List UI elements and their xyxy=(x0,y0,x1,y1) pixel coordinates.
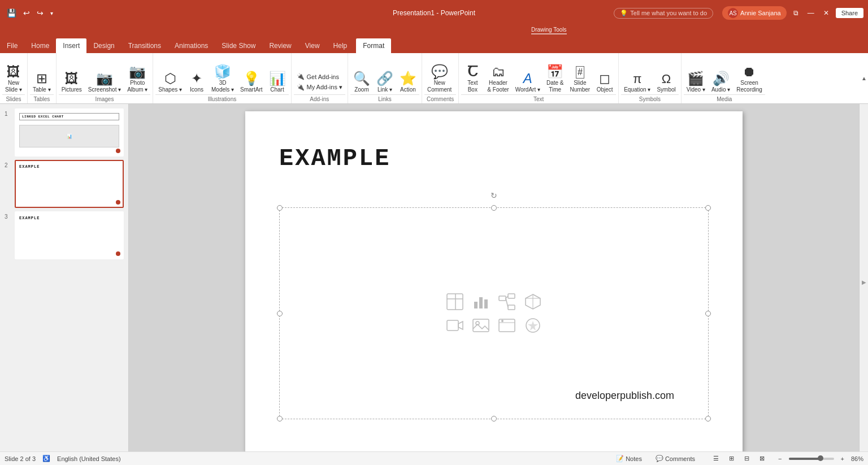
video-button[interactable]: 🎬 Video ▾ xyxy=(684,70,708,93)
tab-help[interactable]: Help xyxy=(327,38,354,53)
content-placeholder[interactable]: ↻ xyxy=(279,207,709,419)
media-group-label: Media xyxy=(684,94,765,103)
handle-top-left[interactable] xyxy=(277,205,283,211)
comments-button[interactable]: 💬 Comments xyxy=(651,454,700,463)
slide-2-number: 2 xyxy=(5,160,11,168)
save-button[interactable]: 💾 xyxy=(5,7,19,19)
slides-group-label: Slides xyxy=(2,94,25,103)
zoom-in-button[interactable]: + xyxy=(836,455,849,463)
slide-2-item[interactable]: 2 EXAMPLE xyxy=(5,160,124,208)
tab-file[interactable]: File xyxy=(0,38,24,53)
tab-animations[interactable]: Animations xyxy=(168,38,215,53)
reading-view-button[interactable]: ⊟ xyxy=(740,454,754,463)
tab-review[interactable]: Review xyxy=(262,38,298,53)
slide-3-item[interactable]: 3 EXAMPLE xyxy=(5,211,124,259)
slideshow-button[interactable]: ⊠ xyxy=(755,454,769,463)
customize-quick-access[interactable]: ▾ xyxy=(48,9,55,18)
svg-rect-6 xyxy=(499,296,506,301)
tab-slideshow[interactable]: Slide Show xyxy=(215,38,262,53)
header-footer-button[interactable]: 🗂 Header& Footer xyxy=(484,63,511,93)
slide-3-thumb[interactable]: EXAMPLE xyxy=(15,211,124,259)
handle-bottom-middle[interactable] xyxy=(491,416,497,421)
close-button[interactable]: ✕ xyxy=(821,8,831,18)
redo-button[interactable]: ↪ xyxy=(34,7,46,19)
share-button[interactable]: Share xyxy=(836,8,863,18)
pictures-button[interactable]: 🖼 Pictures xyxy=(59,70,85,93)
handle-middle-right[interactable] xyxy=(705,311,711,316)
handle-bottom-left[interactable] xyxy=(277,416,283,421)
tab-view[interactable]: View xyxy=(298,38,327,53)
text-box-button[interactable]: Ꞇ TextBox xyxy=(461,63,484,93)
insert-chart-icon[interactable] xyxy=(471,292,491,312)
zoom-button[interactable]: 🔍 Zoom xyxy=(350,70,373,93)
zoom-slider[interactable] xyxy=(789,458,834,460)
undo-button[interactable]: ↩ xyxy=(21,7,32,19)
minimize-button[interactable]: — xyxy=(805,8,817,18)
insert-picture-icon[interactable] xyxy=(471,315,491,336)
tab-home[interactable]: Home xyxy=(24,38,56,53)
insert-video-icon[interactable] xyxy=(445,315,465,336)
photo-album-button[interactable]: 📷 PhotoAlbum ▾ xyxy=(124,63,150,93)
new-slide-button[interactable]: 🖼 NewSlide ▾ xyxy=(2,63,25,93)
shapes-button[interactable]: ⬡ Shapes ▾ xyxy=(155,70,185,93)
slide-canvas[interactable]: EXAMPLE ↻ xyxy=(245,111,743,453)
screen-recording-button[interactable]: ⏺ ScreenRecording xyxy=(734,63,765,93)
object-button[interactable]: ◻ Object xyxy=(593,70,616,93)
icons-button[interactable]: ✦ Icons xyxy=(185,70,208,93)
chart-button[interactable]: 📊 Chart xyxy=(266,70,289,93)
status-right: 📝 Notes 💬 Comments ☰ ⊞ ⊟ ⊠ − + 86% xyxy=(611,454,863,463)
svg-rect-0 xyxy=(447,294,463,310)
symbol-button[interactable]: Ω Symbol xyxy=(654,71,678,93)
screenshot-button[interactable]: 📷 Screenshot ▾ xyxy=(85,70,124,93)
tab-format[interactable]: Format xyxy=(356,38,391,53)
notes-button[interactable]: 📝 Notes xyxy=(611,454,646,463)
tab-insert[interactable]: Insert xyxy=(56,38,86,53)
slide-number-button[interactable]: # SlideNumber xyxy=(567,64,593,93)
rotate-handle[interactable]: ↻ xyxy=(489,191,498,200)
ribbon-group-comments: 💬 NewComment Comments xyxy=(422,53,459,103)
wordart-button[interactable]: A WordArt ▾ xyxy=(513,70,543,93)
insert-table-icon[interactable] xyxy=(445,292,465,312)
svg-line-10 xyxy=(506,298,508,307)
restore-window-button[interactable]: ⧉ xyxy=(791,8,801,18)
ribbon-collapse-button[interactable]: ▲ xyxy=(860,53,868,103)
right-panel-toggle[interactable]: ▶ xyxy=(859,104,868,460)
handle-middle-left[interactable] xyxy=(277,311,283,316)
table-button[interactable]: ⊞ Table ▾ xyxy=(30,70,54,93)
tell-me-bar-header[interactable]: 💡 Tell me what you want to do xyxy=(614,8,713,19)
new-comment-icon: 💬 xyxy=(431,65,448,79)
handle-top-right[interactable] xyxy=(705,205,711,211)
new-comment-button[interactable]: 💬 NewComment xyxy=(424,63,454,93)
title-bar: 💾 ↩ ↪ ▾ Presentation1 - PowerPoint 💡 Tel… xyxy=(0,0,868,26)
audio-button[interactable]: 🔊 Audio ▾ xyxy=(709,70,733,93)
equation-button[interactable]: π Equation ▾ xyxy=(621,71,653,93)
slide-sorter-button[interactable]: ⊞ xyxy=(724,454,739,463)
zoom-out-button[interactable]: − xyxy=(774,455,786,463)
symbol-icon: Ω xyxy=(662,73,671,85)
insert-icons-icon[interactable] xyxy=(523,315,543,336)
3d-models-button[interactable]: 🧊 3DModels ▾ xyxy=(209,63,237,93)
tab-transitions[interactable]: Transitions xyxy=(121,38,168,53)
handle-bottom-right[interactable] xyxy=(705,416,711,421)
normal-view-button[interactable]: ☰ xyxy=(709,454,723,463)
ribbon-group-addins: 🔌 Get Add-ins 🔌 My Add-ins ▾ Add-ins xyxy=(292,53,348,103)
date-time-button[interactable]: 📅 Date &Time xyxy=(544,63,567,93)
get-addins-button[interactable]: 🔌 Get Add-ins xyxy=(294,72,345,81)
slide-1-item[interactable]: 1 LINKED EXCEL CHART 📊 xyxy=(5,108,124,157)
insert-3d-icon[interactable] xyxy=(523,292,543,312)
insert-smartart-icon[interactable] xyxy=(497,292,517,312)
tab-design[interactable]: Design xyxy=(86,38,121,53)
handle-top-middle[interactable] xyxy=(491,205,497,211)
smartart-button[interactable]: 💡 SmartArt xyxy=(237,70,265,93)
slide-2-thumb[interactable]: EXAMPLE xyxy=(15,160,124,208)
zoom-slider-thumb[interactable] xyxy=(818,455,823,461)
action-button[interactable]: ⭐ Action xyxy=(397,70,419,93)
slide-1-thumb[interactable]: LINKED EXCEL CHART 📊 xyxy=(15,108,124,157)
canvas-area: EXAMPLE ↻ xyxy=(129,104,859,460)
my-addins-button[interactable]: 🔌 My Add-ins ▾ xyxy=(294,82,345,92)
insert-media-icon[interactable] xyxy=(497,315,517,336)
user-account-button[interactable]: AS Annie Sanjana xyxy=(722,6,787,20)
tell-me-text: Tell me what you want to do xyxy=(630,10,707,16)
link-button[interactable]: 🔗 Link ▾ xyxy=(374,70,396,93)
insert-icons-row-1 xyxy=(445,292,543,312)
